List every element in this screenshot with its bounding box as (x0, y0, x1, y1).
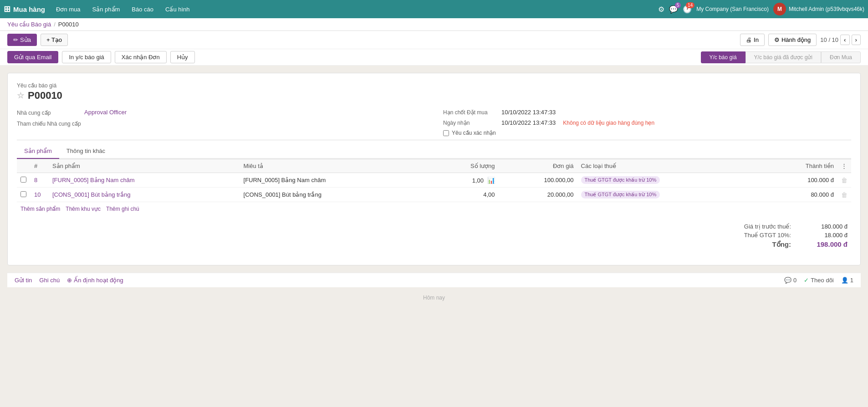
confirm-checkbox[interactable] (443, 130, 449, 136)
confirm-order-button[interactable]: Xác nhận Đơn (115, 51, 167, 63)
status-bar: Gửi qua Email In y/c báo giá Xác nhận Đơ… (0, 49, 868, 66)
clock-icon[interactable]: 🕐 14 (683, 5, 692, 14)
row-unit-price[interactable]: 20.000,00 (499, 188, 577, 202)
chart-icon[interactable]: 📊 (487, 177, 495, 184)
cancel-button[interactable]: Hủy (170, 51, 195, 63)
edit-icon: ✏ (13, 36, 18, 43)
messages-count[interactable]: 💬 0 (784, 277, 797, 284)
confirm-checkbox-row: Yêu cầu xác nhận (443, 130, 851, 136)
row-quantity[interactable]: 1,00 📊 (431, 173, 499, 188)
status-step-rfq[interactable]: Y/c báo giá (701, 51, 745, 63)
send-message-link[interactable]: Gửi tin (15, 277, 32, 284)
menu-item-products[interactable]: Sản phẩm (87, 3, 126, 15)
bottom-bar-right: 💬 0 ✓ Theo dõi 👤 1 (784, 277, 853, 284)
add-row: Thêm sản phẩm Thêm khu vực Thêm ghi chú (17, 202, 851, 216)
chat-badge: 5 (675, 2, 681, 8)
row-total: 80.000 đ (761, 188, 837, 202)
ref-label: Tham chiếu Nhà cung cấp (17, 120, 81, 127)
row-checkbox[interactable] (17, 188, 31, 202)
row-checkbox[interactable] (17, 173, 31, 188)
breadcrumb-current: P00010 (58, 21, 79, 28)
confirm-checkbox-label: Yêu cầu xác nhận (452, 130, 496, 136)
row-delete[interactable]: 🗑 (837, 173, 851, 188)
row-product[interactable]: [CONS_0001] Bút bảng trắng (49, 188, 240, 202)
schedule-activity-link[interactable]: ⊕ Ấn định hoạt động (67, 277, 123, 284)
main-content: Yêu cầu báo giá ☆ P00010 Nhà cung cấp Ap… (0, 66, 868, 315)
deadline-value[interactable]: 10/10/2022 13:47:33 (501, 109, 556, 116)
chat-icon[interactable]: 💬 5 (669, 5, 678, 14)
topnav: ⊞ Mua hàng Đơn mua Sản phẩm Báo cáo Cấu … (0, 0, 868, 18)
edit-button[interactable]: ✏ Sửa (7, 34, 37, 46)
row-delete[interactable]: 🗑 (837, 188, 851, 202)
gear-icon: ⚙ (774, 36, 780, 43)
add-product-link[interactable]: Thêm sản phẩm (20, 206, 60, 212)
menu-item-config[interactable]: Cấu hình (160, 3, 195, 15)
tab-products[interactable]: Sản phẩm (17, 144, 59, 159)
supplier-row: Nhà cung cấp Approval Officer (17, 109, 425, 116)
pagination: 10 / 10 ‹ › (820, 35, 861, 45)
form-subtitle: Yêu cầu báo giá (17, 82, 851, 89)
topnav-menu: Đơn mua Sản phẩm Báo cáo Cấu hình (51, 3, 656, 15)
row-tax[interactable]: Thuế GTGT được khấu trừ 10% (577, 188, 762, 202)
form-right-col: Hạn chốt Đặt mua 10/10/2022 13:47:33 Ngà… (443, 109, 851, 136)
status-step-po[interactable]: Đơn Mua (821, 51, 861, 63)
settings-icon[interactable]: ⚙ (658, 5, 664, 14)
supplier-value[interactable]: Approval Officer (84, 109, 127, 116)
form-fields: Nhà cung cấp Approval Officer Tham chiếu… (17, 109, 851, 136)
next-button[interactable]: › (852, 35, 861, 45)
row-total: 100.000 đ (761, 173, 837, 188)
col-unit-price: Đơn giá (499, 159, 577, 173)
products-table-container: # Sản phẩm Miêu tả Số lượng Đơn giá Các … (17, 159, 851, 216)
table-row[interactable]: 10 [CONS_0001] Bút bảng trắng [CONS_0001… (17, 188, 851, 202)
col-num: # (31, 159, 49, 173)
clock-badge: 14 (686, 2, 694, 8)
breadcrumb-separator: / (54, 21, 56, 28)
col-taxes: Các loại thuế (577, 159, 762, 173)
breadcrumb-parent[interactable]: Yêu cầu Báo giá (7, 21, 51, 28)
row-unit-price[interactable]: 100.000,00 (499, 173, 577, 188)
people-icon: 👤 (841, 277, 848, 284)
follow-button[interactable]: ✓ Theo dõi (804, 277, 834, 284)
add-section-link[interactable]: Thêm khu vực (66, 206, 101, 212)
app-name: Mua hàng (13, 5, 45, 13)
avatar: M (773, 3, 786, 15)
print-rfq-button[interactable]: In y/c báo giá (62, 51, 111, 63)
row-num: 8 (31, 173, 49, 188)
company-name[interactable]: My Company (San Francisco) (696, 6, 769, 12)
prev-button[interactable]: ‹ (840, 35, 849, 45)
row-description: [CONS_0001] Bút bảng trắng (240, 188, 431, 202)
menu-item-reports[interactable]: Báo cáo (126, 3, 159, 15)
row-tax[interactable]: Thuế GTGT được khấu trừ 10% (577, 173, 762, 188)
app-logo[interactable]: ⊞ Mua hàng (4, 4, 45, 14)
row-quantity[interactable]: 4,00 (431, 188, 499, 202)
deadline-row: Hạn chốt Đặt mua 10/10/2022 13:47:33 (443, 109, 851, 116)
user-menu[interactable]: M Mitchell Admin (p539vbqvs46k) (773, 3, 864, 15)
grand-total-label: Tổng: (718, 240, 791, 249)
favorite-icon[interactable]: ☆ (17, 91, 24, 101)
menu-item-orders[interactable]: Đơn mua (51, 3, 86, 15)
table-row[interactable]: 8 [FURN_0005] Bảng Nam châm [FURN_0005] … (17, 173, 851, 188)
tab-other-info[interactable]: Thông tin khác (59, 144, 112, 159)
products-table: # Sản phẩm Miêu tả Số lượng Đơn giá Các … (17, 159, 851, 202)
divider (17, 140, 851, 140)
create-button[interactable]: + Tạo (41, 34, 68, 46)
receive-date-value[interactable]: 10/10/2022 13:47:33 (501, 119, 556, 126)
print-button[interactable]: 🖨 In (740, 34, 765, 46)
footer-date: Hôm nay (7, 287, 861, 308)
col-actions: ⋮ (837, 159, 851, 173)
action-button[interactable]: ⚙ Hành động (768, 34, 817, 46)
log-note-link[interactable]: Ghi chú (39, 277, 60, 284)
supplier-label: Nhà cung cấp (17, 109, 81, 116)
bottom-bar: Gửi tin Ghi chú ⊕ Ấn định hoạt động 💬 0 … (7, 273, 861, 287)
row-product[interactable]: [FURN_0005] Bảng Nam châm (49, 173, 240, 188)
status-step-rfq-sent[interactable]: Y/c báo giá đã được gửi (745, 51, 821, 63)
status-steps: Y/c báo giá Y/c báo giá đã được gửi Đơn … (701, 51, 861, 63)
add-note-link[interactable]: Thêm ghi chú (106, 206, 139, 212)
deadline-label: Hạn chốt Đặt mua (443, 109, 498, 116)
col-product: Sản phẩm (49, 159, 240, 173)
send-email-button[interactable]: Gửi qua Email (7, 51, 58, 63)
followers-count[interactable]: 👤 1 (841, 277, 853, 284)
tax-label: Thuế GTGT 10%: (718, 232, 791, 239)
form-title: P00010 (28, 90, 62, 102)
check-icon: ✓ (804, 277, 809, 284)
